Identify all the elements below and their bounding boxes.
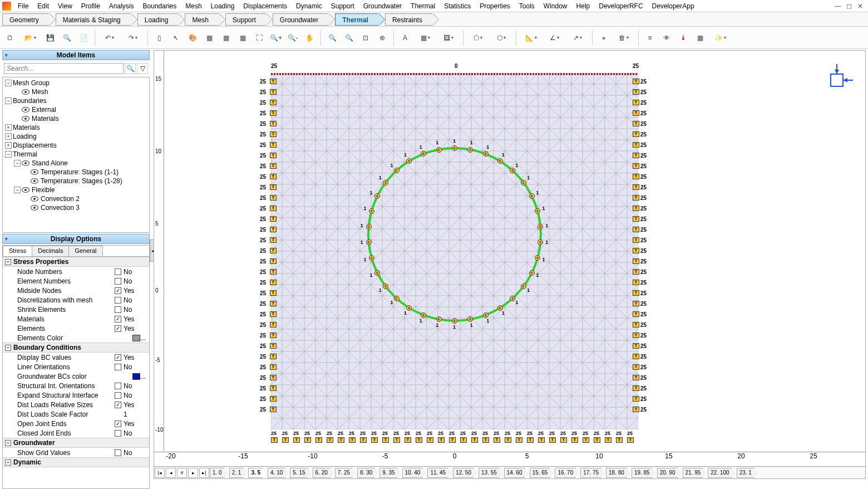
stage-tab[interactable]: 13. 55 xyxy=(479,468,500,478)
thermometer-button[interactable]: 🌡 xyxy=(675,30,691,46)
zoom-in-button[interactable]: 🔍+ xyxy=(268,30,284,46)
display-tab-stress[interactable]: Stress xyxy=(3,246,32,256)
zoom-window-button[interactable]: ⊡ xyxy=(358,30,373,46)
workflow-tab-thermal[interactable]: Thermal xyxy=(335,13,378,26)
stage-first-button[interactable]: |◂ xyxy=(155,468,165,478)
workflow-tab-loading[interactable]: Loading xyxy=(137,13,179,26)
stage-tab[interactable]: 16. 70 xyxy=(555,468,576,478)
tree-item[interactable]: Temperature: Stages (1-28) xyxy=(3,177,149,185)
workflow-tab-geometry[interactable]: Geometry xyxy=(2,13,49,26)
magic-button[interactable]: ✨▾ xyxy=(709,30,731,46)
search-go-button[interactable]: 🔍 xyxy=(125,63,136,74)
grid2-button[interactable]: ▦ xyxy=(218,30,234,46)
prop-row[interactable]: Shrink ElementsNo xyxy=(3,305,149,314)
undo-button[interactable]: ↶▾ xyxy=(98,30,121,46)
workflow-tab-mesh[interactable]: Mesh xyxy=(185,13,218,26)
print-preview-button[interactable]: 🔍 xyxy=(59,30,75,46)
prop-row[interactable]: Liner OrientationsNo xyxy=(3,362,149,371)
stage-tab[interactable]: 23. 1 xyxy=(737,468,754,478)
stage-tab[interactable]: 15. 65 xyxy=(530,468,551,478)
prop-row[interactable]: Element NumbersNo xyxy=(3,276,149,286)
stage-tab[interactable]: 18. 80 xyxy=(606,468,627,478)
tree-item[interactable]: Temperature: Stages (1-1) xyxy=(3,168,149,177)
redo-button[interactable]: ↷▾ xyxy=(122,30,144,46)
menu-window[interactable]: Window xyxy=(539,1,572,11)
delete-button[interactable]: 🗑▾ xyxy=(613,30,635,46)
grid3-button[interactable]: ▦ xyxy=(235,30,250,46)
tree-item[interactable]: +Displacements xyxy=(3,141,149,150)
stage-tab[interactable]: 19. 85 xyxy=(632,468,653,478)
menu-statistics[interactable]: Statistics xyxy=(440,1,475,11)
query-button[interactable]: ↗▾ xyxy=(566,30,589,46)
workflow-tab-materials-staging[interactable]: Materials & Staging xyxy=(56,13,131,26)
stage-last-button[interactable]: ▸| xyxy=(199,468,209,478)
prop-section[interactable]: −Groundwater xyxy=(3,438,149,448)
tree-item[interactable]: −Stand Alone xyxy=(3,159,149,168)
prop-row[interactable]: Node NumbersNo xyxy=(3,267,149,276)
pan-button[interactable]: ✋ xyxy=(302,30,317,46)
menu-dynamic[interactable]: Dynamic xyxy=(292,1,327,11)
prop-row[interactable]: Dist Loads Scale Factor1 xyxy=(3,409,149,419)
measure-button[interactable]: 📐▾ xyxy=(520,30,542,46)
save-button[interactable]: 💾 xyxy=(42,30,58,46)
menu-properties[interactable]: Properties xyxy=(475,1,515,11)
stage-tab[interactable]: 21. 95 xyxy=(683,468,704,478)
prop-row[interactable]: Display BC values✓Yes xyxy=(3,353,149,362)
stage-prev-button[interactable]: ◂ xyxy=(166,468,176,478)
gradient-button[interactable]: ▦ xyxy=(692,30,708,46)
prop-row[interactable]: Midside Nodes✓Yes xyxy=(3,286,149,295)
new-file-button[interactable]: 🗋 xyxy=(2,30,18,46)
tree-item[interactable]: External xyxy=(3,105,149,114)
prop-row[interactable]: Open Joint Ends✓Yes xyxy=(3,419,149,428)
image-button[interactable]: 🖼▾ xyxy=(437,30,460,46)
prop-row[interactable]: Elements✓Yes xyxy=(3,324,149,333)
grid1-button[interactable]: ▦ xyxy=(201,30,217,46)
minimize-button[interactable]: — xyxy=(832,2,844,10)
stage-tab[interactable]: 17. 75 xyxy=(580,468,601,478)
circle-fill-button[interactable]: ● xyxy=(596,30,611,46)
stage-grid-button[interactable]: # xyxy=(177,468,187,478)
angle-button[interactable]: ∠▾ xyxy=(543,30,565,46)
display-tab-decimals[interactable]: Decimals xyxy=(32,246,69,256)
open-file-button[interactable]: 📂▾ xyxy=(19,30,41,46)
prop-row[interactable]: Expand Structural InterfaceNo xyxy=(3,390,149,400)
tree-item[interactable]: +Materials xyxy=(3,123,149,132)
workflow-tab-groundwater[interactable]: Groundwater xyxy=(273,13,328,26)
tree-item[interactable]: Convection 3 xyxy=(3,203,149,212)
menu-view[interactable]: View xyxy=(53,1,77,11)
menu-analysis[interactable]: Analysis xyxy=(105,1,139,11)
panel-toggle-button[interactable]: ▯ xyxy=(151,30,167,46)
stage-tab[interactable]: 5. 15 xyxy=(290,468,308,478)
close-button[interactable]: ✕ xyxy=(855,2,866,10)
maximize-button[interactable]: ◻ xyxy=(844,2,855,10)
tree-item[interactable]: Convection 2 xyxy=(3,194,149,203)
menu-help[interactable]: Help xyxy=(572,1,595,11)
color-wheel-button[interactable]: 🎨 xyxy=(185,30,200,46)
menu-loading[interactable]: Loading xyxy=(206,1,239,11)
prop-row[interactable]: Closed Joint EndsNo xyxy=(3,428,149,438)
stage-tab[interactable]: 12. 50 xyxy=(453,468,474,478)
menu-tools[interactable]: Tools xyxy=(515,1,539,11)
tree-item[interactable]: −Boundaries xyxy=(3,96,149,105)
polygon-button[interactable]: ⬠▾ xyxy=(467,30,489,46)
table-button[interactable]: ▦▾ xyxy=(414,30,436,46)
menu-mesh[interactable]: Mesh xyxy=(181,1,206,11)
stage-tab[interactable]: 8. 30 xyxy=(357,468,375,478)
filter-button[interactable]: ▽ xyxy=(137,63,148,74)
tree-item[interactable]: +Loading xyxy=(3,132,149,141)
select-tool-button[interactable]: ↖ xyxy=(168,30,184,46)
hexagon-button[interactable]: ⬡▾ xyxy=(490,30,512,46)
menu-developerapp[interactable]: DeveloperApp xyxy=(648,1,699,11)
menu-support[interactable]: Support xyxy=(327,1,359,11)
zoom-all-button[interactable]: ⊕ xyxy=(374,30,390,46)
workflow-tab-restraints[interactable]: Restraints xyxy=(385,13,432,26)
tree-item[interactable]: Materials xyxy=(3,114,149,123)
stage-tab[interactable]: 20. 90 xyxy=(657,468,678,478)
prop-row[interactable]: Dist Loads Relative Sizes✓Yes xyxy=(3,400,149,409)
prop-row[interactable]: Show Grid ValuesNo xyxy=(3,448,149,457)
tree-item[interactable]: −Thermal xyxy=(3,150,149,159)
zoom-out2-button[interactable]: 🔍 xyxy=(341,30,357,46)
eye-tool-button[interactable]: 👁 xyxy=(659,30,674,46)
orientation-widget[interactable] xyxy=(821,62,854,95)
tree-item[interactable]: Mesh xyxy=(3,87,149,96)
